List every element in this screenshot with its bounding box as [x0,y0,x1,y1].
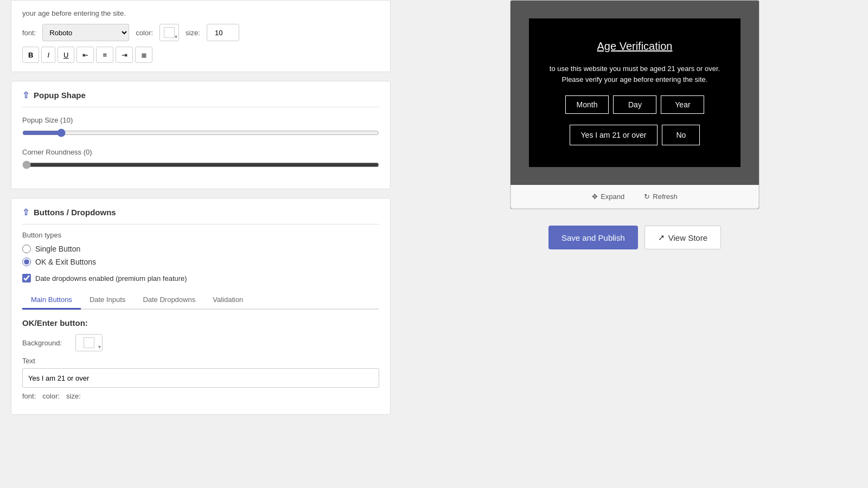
popup-description: to use this website you must be aged 21 … [545,63,724,85]
refresh-label: Refresh [653,192,678,201]
date-dropdowns-label: Date dropdowns enabled (premium plan fea… [35,274,187,282]
corner-roundness-container: Corner Roundness (0) [22,148,379,171]
align-right-button[interactable]: ⇥ [116,47,133,63]
age-verification-popup: Age Verification to use this website you… [529,18,741,167]
preview-container: Age Verification to use this website you… [510,0,760,209]
ok-button-text-input[interactable] [22,368,379,388]
font-color-picker[interactable] [159,24,179,41]
ok-size-label: size: [66,392,81,400]
font-color-swatch [164,27,175,38]
expand-label: Expand [601,192,624,201]
color-label: color: [136,29,153,37]
action-buttons-row: Yes I am 21 or over No [570,125,700,145]
popup-size-container: Popup Size (10) [22,116,379,139]
left-panel: your age before entering the site. font:… [0,0,401,488]
tab-date-inputs[interactable]: Date Inputs [81,291,135,310]
bold-button[interactable]: B [22,47,39,63]
text-field-label: Text [22,357,379,365]
align-left-button[interactable]: ⇤ [76,47,94,63]
popup-shape-header: ⇧ Popup Shape [22,90,379,100]
date-dropdowns-checkbox[interactable] [22,274,31,282]
ok-exit-radio[interactable] [22,258,31,266]
underline-button[interactable]: U [58,47,74,63]
single-button-option[interactable]: Single Button [22,245,379,253]
buttons-dropdowns-title: Buttons / Dropdowns [34,208,116,217]
font-select[interactable]: Roboto Arial Times New Roman [42,24,129,41]
top-text-section: your age before entering the site. font:… [11,0,391,72]
day-button[interactable]: Day [613,95,656,114]
italic-button[interactable]: I [41,47,55,63]
date-dropdowns-row: Month Day Year [565,95,705,114]
ok-button-color-swatch [84,337,94,348]
tab-bar: Main Buttons Date Inputs Date Dropdowns … [22,291,379,310]
size-label: size: [186,29,200,37]
no-button[interactable]: No [662,125,700,145]
popup-shape-title: Popup Shape [34,91,86,100]
popup-shape-arrow-icon: ⇧ [22,90,29,100]
align-justify-button[interactable]: ≣ [135,47,152,63]
popup-shape-section: ⇧ Popup Shape Popup Size (10) Corner Rou… [11,81,391,189]
year-button[interactable]: Year [661,95,704,114]
single-button-radio[interactable] [22,245,31,253]
ok-color-label: color: [42,392,60,400]
font-size-input[interactable] [207,24,239,41]
refresh-button[interactable]: ↻ Refresh [640,190,682,203]
buttons-dropdowns-section: ⇧ Buttons / Dropdowns Button types Singl… [11,198,391,415]
ok-enter-button-section: OK/Enter button: Background: Text font: … [22,318,379,400]
popup-title: Age Verification [597,40,673,53]
corner-roundness-label: Corner Roundness (0) [22,148,379,156]
month-button[interactable]: Month [565,95,609,114]
button-types-label: Button types [22,231,379,239]
font-label: font: [22,29,36,37]
preview-footer: ✥ Expand ↻ Refresh [510,185,759,209]
buttons-dropdowns-header: ⇧ Buttons / Dropdowns [22,207,379,217]
ok-exit-label: OK & Exit Buttons [35,258,96,266]
date-dropdowns-checkbox-item[interactable]: Date dropdowns enabled (premium plan fea… [22,274,379,282]
view-store-button[interactable]: ➚ View Store [644,226,721,249]
tab-validation[interactable]: Validation [204,291,252,310]
buttons-dropdowns-arrow-icon: ⇧ [22,207,29,217]
ok-exit-option[interactable]: OK & Exit Buttons [22,258,379,266]
external-link-icon: ➚ [658,233,665,242]
corner-roundness-slider[interactable] [22,160,379,169]
radio-group: Single Button OK & Exit Buttons [22,245,379,266]
background-row: Background: [22,334,379,351]
align-center-button[interactable]: ≡ [96,47,113,63]
yes-button[interactable]: Yes I am 21 or over [570,125,658,145]
view-store-label: View Store [668,233,707,242]
ok-font-label: font: [22,392,36,400]
single-button-label: Single Button [35,245,80,253]
ok-enter-title: OK/Enter button: [22,318,379,328]
background-label: Background: [22,339,71,347]
refresh-icon: ↻ [644,192,650,201]
popup-size-label: Popup Size (10) [22,116,379,124]
tab-main-buttons[interactable]: Main Buttons [22,291,81,310]
ok-button-color-picker[interactable] [75,334,103,351]
expand-icon: ✥ [592,192,598,201]
popup-size-slider[interactable] [22,129,379,137]
save-publish-button[interactable]: Save and Publish [548,226,638,249]
expand-button[interactable]: ✥ Expand [588,190,629,203]
action-bar: Save and Publish ➚ View Store [548,226,721,249]
tab-date-dropdowns[interactable]: Date Dropdowns [134,291,204,310]
text-field-container: Text [22,357,379,388]
right-panel: Age Verification to use this website you… [401,0,868,488]
preview-inner: Age Verification to use this website you… [510,1,759,185]
site-text: your age before entering the site. [22,9,379,17]
